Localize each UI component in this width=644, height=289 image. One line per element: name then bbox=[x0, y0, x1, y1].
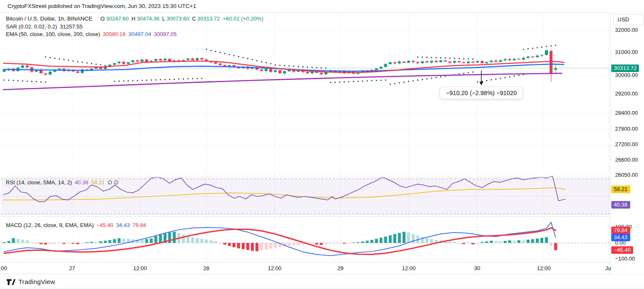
sar-value: 31257.55 bbox=[60, 23, 83, 30]
price-axis-label: 31000.00 bbox=[615, 49, 638, 56]
price-axis-label: 32000.00 bbox=[615, 27, 638, 34]
last-price-badge: 30313.72 bbox=[611, 65, 639, 72]
open-label: O bbox=[101, 15, 105, 22]
low-value: 30073.60 bbox=[166, 15, 189, 22]
time-axis-label: :00 bbox=[0, 265, 16, 271]
price-axis[interactable]: USD 32000.0031000.0030000.0029200.002840… bbox=[611, 13, 644, 274]
price-axis-label: 27200.00 bbox=[615, 141, 638, 148]
price-axis-label: 26050.00 bbox=[615, 172, 638, 178]
rsi-value-badge: 58.21 bbox=[611, 186, 630, 193]
symbol-title: Bitcoin / U.S. Dollar, 1h, BINANCE bbox=[6, 15, 92, 22]
time-axis-label: 28 bbox=[194, 265, 219, 271]
price-axis-label: 26600.00 bbox=[615, 157, 638, 163]
price-axis-label: 28400.00 bbox=[615, 110, 638, 116]
macd-signal-value: 79.84 bbox=[132, 222, 146, 228]
rsi-title: RSI (14, close, SMA, 14, 2) bbox=[6, 179, 72, 186]
time-axis-label: 27 bbox=[60, 265, 85, 271]
rsi-value: 40.38 bbox=[75, 179, 88, 186]
change-value: +60.01 (+0.20%) bbox=[223, 15, 263, 22]
time-axis-label: Jul bbox=[596, 265, 612, 271]
macd-title: MACD (12, 26, close, 9, EMA, EMA) bbox=[6, 222, 94, 228]
macd-hist-value: −45.40 bbox=[96, 222, 113, 228]
time-axis-label: 12:00 bbox=[531, 265, 556, 271]
currency-button[interactable]: USD bbox=[613, 14, 644, 25]
open-value: 30247.60 bbox=[106, 15, 129, 22]
price-axis-label: 29200.00 bbox=[615, 90, 638, 97]
time-axis-label: 30 bbox=[465, 265, 490, 271]
time-axis-label: 12:00 bbox=[396, 265, 421, 271]
footer-brand[interactable]: TradingView bbox=[6, 277, 55, 287]
symbol-legend-row[interactable]: Bitcoin / U.S. Dollar, 1h, BINANCE O3024… bbox=[6, 15, 265, 22]
ema50-value: 30580.16 bbox=[103, 31, 125, 37]
macd-line-value: 34.43 bbox=[116, 222, 130, 228]
ema200-value: 30097.05 bbox=[154, 31, 177, 37]
rsi-extra-values: ∅ ∅ bbox=[107, 179, 118, 186]
rsi-value-badge: 40.38 bbox=[611, 201, 630, 209]
tradingview-logo-icon bbox=[6, 278, 16, 286]
price-axis-label: 27800.00 bbox=[615, 126, 638, 132]
price-axis-label: 30000.00 bbox=[615, 72, 638, 79]
close-value: 30313.72 bbox=[197, 15, 220, 22]
low-label: L bbox=[162, 15, 165, 22]
ema-legend-row[interactable]: EMA (50, close, 100, close, 200, close) … bbox=[6, 31, 178, 37]
close-label: C bbox=[192, 15, 196, 22]
rsi-legend-row[interactable]: RSI (14, close, SMA, 14, 2) 40.38 58.21 … bbox=[6, 179, 120, 186]
macd-value-badge: −45.40 bbox=[611, 246, 633, 254]
chart-canvas[interactable] bbox=[0, 0, 644, 289]
time-axis-label: 12:00 bbox=[262, 265, 287, 271]
time-axis[interactable]: :002712:002812:002912:003012:00Jul bbox=[0, 263, 612, 274]
price-drop-annotation: −910.20 (−2.98%) −91020 bbox=[440, 87, 523, 99]
time-axis-label: 29 bbox=[328, 265, 353, 271]
time-axis-label: 12:00 bbox=[127, 265, 153, 271]
macd-value-badge: 79.84 bbox=[611, 227, 630, 234]
ema-title: EMA (50, close, 100, close, 200, close) bbox=[6, 31, 100, 37]
macd-axis-label: −100.00 bbox=[615, 255, 635, 262]
tradingview-logo-text: TradingView bbox=[18, 278, 55, 286]
high-label: H bbox=[132, 15, 135, 22]
rsi-sma-value: 58.21 bbox=[91, 179, 105, 186]
attribution-text: CryptoFXStreet published on TradingView.… bbox=[8, 3, 196, 9]
sar-title: SAR (0.02, 0.02, 0.2) bbox=[6, 23, 57, 30]
sar-legend-row[interactable]: SAR (0.02, 0.02, 0.2) 31257.55 bbox=[6, 23, 84, 30]
ema100-value: 30497.04 bbox=[128, 31, 151, 37]
macd-value-badge: 34.43 bbox=[611, 234, 630, 241]
high-value: 30474.36 bbox=[137, 15, 159, 22]
macd-legend-row[interactable]: MACD (12, 26, close, 9, EMA, EMA) −45.40… bbox=[6, 222, 148, 228]
